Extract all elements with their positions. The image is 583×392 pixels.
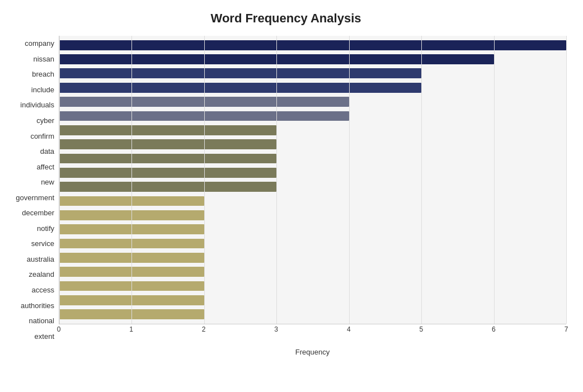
- x-tick: 2: [202, 325, 206, 333]
- grid-line: [204, 36, 205, 324]
- chart-container: Word Frequency Analysis companynissanbre…: [0, 0, 583, 392]
- y-label: nissan: [33, 55, 54, 63]
- grid-line: [349, 36, 350, 324]
- bar-row: [59, 38, 566, 52]
- bar: [59, 68, 421, 78]
- bar: [59, 83, 421, 93]
- chart-title: Word Frequency Analysis: [6, 11, 566, 26]
- y-label: authorities: [21, 302, 54, 309]
- bar: [59, 125, 276, 135]
- bar-row: [59, 180, 566, 193]
- grid-line: [131, 36, 132, 324]
- y-label: government: [16, 194, 54, 201]
- bars-inner: [59, 36, 566, 324]
- bar-row: [59, 222, 566, 236]
- y-label: company: [25, 40, 54, 47]
- grid-line: [276, 36, 277, 324]
- y-axis: companynissanbreachincludeindividualscyb…: [6, 36, 59, 344]
- bar-row: [59, 81, 566, 95]
- x-axis-container: 01234567 Frequency: [59, 324, 566, 344]
- bar-row: [59, 237, 566, 251]
- x-tick: 0: [57, 325, 61, 333]
- y-label: service: [31, 240, 54, 247]
- x-tick: 7: [565, 325, 568, 333]
- y-label: individuals: [20, 101, 54, 108]
- bar-row: [59, 279, 566, 293]
- x-tick: 1: [129, 325, 133, 333]
- y-label: affect: [36, 163, 54, 171]
- bars-area: [59, 36, 566, 324]
- grid-line: [421, 36, 422, 324]
- bar-row: [59, 208, 566, 222]
- bar-row: [59, 95, 566, 108]
- bar-row: [59, 194, 566, 208]
- y-label: december: [22, 209, 54, 216]
- x-tick: 5: [420, 325, 424, 333]
- bar: [59, 182, 276, 192]
- chart-area: companynissanbreachincludeindividualscyb…: [6, 36, 566, 344]
- bar-row: [59, 293, 566, 307]
- y-label: australia: [27, 256, 54, 263]
- bar-row: [59, 123, 566, 137]
- bar-row: [59, 308, 566, 322]
- bar: [59, 40, 566, 50]
- bar-row: [59, 265, 566, 279]
- y-label: notify: [37, 225, 54, 232]
- bar-row: [59, 137, 566, 151]
- y-label: data: [40, 148, 54, 155]
- grid-line: [59, 36, 60, 324]
- y-label: access: [32, 286, 54, 294]
- x-axis-label: Frequency: [59, 348, 566, 356]
- x-tick: 3: [274, 325, 278, 333]
- y-label: include: [31, 86, 54, 93]
- y-label: confirm: [30, 133, 54, 140]
- bar: [59, 168, 276, 178]
- y-label: extent: [35, 333, 54, 340]
- x-tick: 4: [347, 325, 351, 333]
- grid-line: [566, 36, 567, 324]
- y-label: national: [29, 317, 54, 324]
- bar-row: [59, 251, 566, 265]
- bars-and-xaxis: 01234567 Frequency: [59, 36, 566, 344]
- bar-row: [59, 67, 566, 81]
- grid-line: [494, 36, 495, 324]
- y-label: new: [41, 178, 54, 186]
- bar-row: [59, 166, 566, 180]
- x-axis-ticks: 01234567: [59, 324, 566, 336]
- x-tick: 6: [492, 325, 496, 333]
- bar-row: [59, 109, 566, 123]
- bar-row: [59, 152, 566, 166]
- y-label: zealand: [29, 271, 54, 278]
- bar: [59, 154, 276, 164]
- bar-row: [59, 52, 566, 66]
- y-label: cyber: [36, 117, 54, 124]
- bar: [59, 139, 276, 149]
- y-label: breach: [32, 70, 54, 78]
